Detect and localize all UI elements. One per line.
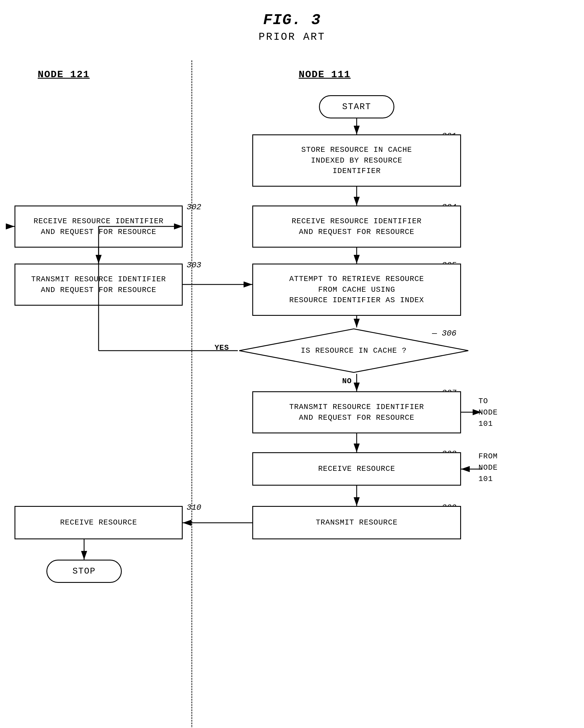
- to-node-label: TO NODE 101: [478, 396, 498, 430]
- step-303-box: TRANSMIT RESOURCE IDENTIFIER AND REQUEST…: [15, 264, 183, 306]
- no-label: NO: [342, 377, 352, 386]
- node-right-label: NODE 111: [299, 69, 351, 80]
- step-301-box: STORE RESOURCE IN CACHE INDEXED BY RESOU…: [252, 134, 461, 187]
- yes-label: YES: [215, 343, 229, 352]
- stop-pill: STOP: [47, 560, 122, 583]
- divider-line: [191, 60, 192, 728]
- step-302-box: RECEIVE RESOURCE IDENTIFIER AND REQUEST …: [15, 206, 183, 248]
- step-305-box: ATTEMPT TO RETRIEVE RESOURCE FROM CACHE …: [252, 264, 461, 316]
- page-title: FIG. 3: [0, 0, 584, 29]
- step-306-diamond-wrapper: IS RESOURCE IN CACHE ?: [238, 328, 470, 374]
- page-subtitle: PRIOR ART: [0, 31, 584, 43]
- step-308-box: RECEIVE RESOURCE: [252, 452, 461, 486]
- step-304-box: RECEIVE RESOURCE IDENTIFIER AND REQUEST …: [252, 206, 461, 248]
- step-309-box: TRANSMIT RESOURCE: [252, 506, 461, 539]
- start-pill: START: [319, 95, 394, 119]
- step-307-box: TRANSMIT RESOURCE IDENTIFIER AND REQUEST…: [252, 391, 461, 433]
- step-310-box: RECEIVE RESOURCE: [15, 506, 183, 539]
- from-node-label: FROM NODE 101: [478, 451, 498, 485]
- node-left-label: NODE 121: [38, 69, 90, 80]
